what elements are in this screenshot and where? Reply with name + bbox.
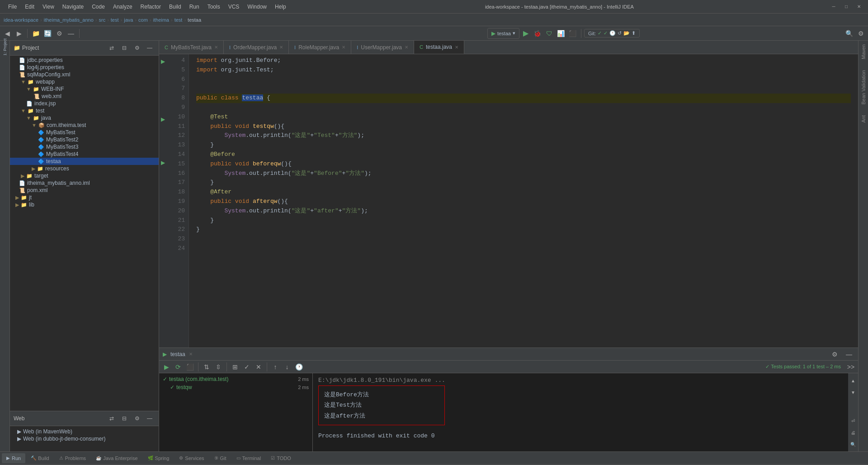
tree-item-mybatistest3[interactable]: 🔷 MyBatisTest3 bbox=[10, 143, 159, 150]
tab-close-mybatistest[interactable]: ✕ bbox=[214, 45, 218, 50]
project-close-icon[interactable]: — bbox=[144, 42, 155, 53]
tab-git[interactable]: ⑨ Git bbox=[210, 453, 231, 463]
coverage-button[interactable]: 🛡 bbox=[544, 28, 555, 39]
run-stop-btn[interactable]: ⬛ bbox=[184, 362, 195, 372]
nav-test[interactable]: test bbox=[111, 17, 119, 23]
menu-build[interactable]: Build bbox=[165, 3, 185, 11]
menu-refactor[interactable]: Refactor bbox=[137, 3, 165, 11]
debug-button[interactable]: 🐞 bbox=[532, 28, 543, 39]
tab-testaa[interactable]: C testaa.java ✕ bbox=[414, 41, 464, 54]
tree-item-log4j[interactable]: 📄 log4j.properties bbox=[10, 64, 159, 71]
tree-item-java[interactable]: ▼ 📁 java bbox=[10, 114, 159, 122]
run-expand-btn[interactable]: >> bbox=[845, 362, 856, 372]
forward-button[interactable]: ▶ bbox=[14, 28, 24, 39]
menu-view[interactable]: View bbox=[39, 3, 58, 11]
tree-item-test[interactable]: ▼ 📁 test bbox=[10, 107, 159, 114]
tab-ordermapper[interactable]: I OrderMapper.java ✕ bbox=[224, 41, 289, 54]
run-wrap-btn[interactable]: ⏎ bbox=[848, 415, 859, 426]
back-button[interactable]: ◀ bbox=[2, 28, 13, 39]
tree-item-webxml[interactable]: 📜 web.xml bbox=[10, 93, 159, 100]
tree-item-package[interactable]: ▼ 📦 com.itheima.test bbox=[10, 122, 159, 129]
code-content[interactable]: import org.junit.Before; import org.juni… bbox=[189, 54, 858, 348]
nav-itheima[interactable]: itheima bbox=[153, 17, 169, 23]
tree-item-mybatistest[interactable]: 🔷 MyBatisTest bbox=[10, 129, 159, 136]
menu-edit[interactable]: Edit bbox=[21, 3, 38, 11]
tree-item-webapp[interactable]: ▼ 📁 webapp bbox=[10, 78, 159, 85]
maximize-button[interactable]: □ bbox=[842, 2, 851, 11]
run-all-btn[interactable]: ⊞ bbox=[230, 362, 241, 372]
tree-item-mybatistest4[interactable]: 🔷 MyBatisTest4 bbox=[10, 150, 159, 158]
run-passed-btn[interactable]: ✓ bbox=[241, 362, 252, 372]
menu-code[interactable]: Code bbox=[88, 3, 108, 11]
run-print-btn[interactable]: 🖨 bbox=[848, 427, 859, 438]
tab-terminal[interactable]: ▭ Terminal bbox=[232, 453, 266, 463]
menu-window[interactable]: Window bbox=[244, 3, 270, 11]
run-sort2-btn[interactable]: ⇳ bbox=[213, 362, 224, 372]
project-collapse-icon[interactable]: ⊟ bbox=[119, 42, 130, 53]
search-everywhere[interactable]: 🔍 bbox=[844, 28, 854, 39]
nav-project[interactable]: idea-workspace bbox=[4, 17, 38, 23]
menu-vcs[interactable]: VCS bbox=[225, 3, 243, 11]
nav-java[interactable]: java bbox=[124, 17, 133, 23]
minimize-button[interactable]: ─ bbox=[829, 2, 838, 11]
nav-module[interactable]: itheima_mybatis_anno bbox=[44, 17, 94, 23]
settings-global[interactable]: ⚙ bbox=[855, 28, 866, 39]
tree-item-sqlmap[interactable]: 📜 sqlMapConfig.xml bbox=[10, 71, 159, 78]
run-up-btn[interactable]: ↑ bbox=[270, 362, 281, 372]
run-gutter-11[interactable]: ▶ bbox=[159, 155, 166, 170]
bean-validation-label[interactable]: Bean Validation bbox=[860, 68, 867, 106]
stop-button[interactable]: ⬛ bbox=[567, 28, 578, 39]
sync-button[interactable]: 🔄 bbox=[42, 28, 53, 39]
profile-button[interactable]: 📊 bbox=[556, 28, 566, 39]
web-collapse-icon[interactable]: ⊟ bbox=[119, 413, 130, 424]
run-button[interactable]: ▶ bbox=[520, 28, 531, 39]
tab-services[interactable]: ⚙ Services bbox=[175, 453, 208, 463]
tree-item-target[interactable]: ▶ 📁 target bbox=[10, 172, 159, 179]
menu-tools[interactable]: Tools bbox=[204, 3, 224, 11]
menu-run[interactable]: Run bbox=[186, 3, 203, 11]
project-sync-icon[interactable]: ⇄ bbox=[106, 42, 117, 53]
tab-problems[interactable]: ⚠ Problems bbox=[55, 453, 90, 463]
run-scroll-down[interactable]: ▼ bbox=[848, 387, 859, 398]
menu-help[interactable]: Help bbox=[271, 3, 290, 11]
run-config-dropdown[interactable]: ▶ testaa ▾ bbox=[487, 28, 519, 39]
tab-mybatistest[interactable]: C MyBatisTest.java ✕ bbox=[159, 41, 224, 54]
run-minimize-icon[interactable]: — bbox=[844, 349, 854, 360]
tree-item-indexjsp[interactable]: 📄 index.jsp bbox=[10, 100, 159, 107]
tab-close-usermapper[interactable]: ✕ bbox=[405, 45, 408, 50]
ant-label[interactable]: Ant bbox=[860, 113, 867, 125]
tab-close-ordermapper[interactable]: ✕ bbox=[279, 45, 283, 50]
run-tab-close[interactable]: ✕ bbox=[189, 352, 193, 357]
tree-item-jdbc[interactable]: 📄 jdbc.properties bbox=[10, 56, 159, 64]
tab-rolemapper[interactable]: I RoleMapper.java ✕ bbox=[289, 41, 351, 54]
run-rerun-btn[interactable]: ⟳ bbox=[173, 362, 184, 372]
settings-button[interactable]: ⚙ bbox=[54, 28, 65, 39]
run-filter-btn[interactable]: 🔍 bbox=[848, 439, 859, 450]
tree-item-pom[interactable]: 📜 pom.xml bbox=[10, 187, 159, 194]
run-tab-label[interactable]: testaa bbox=[170, 351, 185, 357]
run-down-btn[interactable]: ↓ bbox=[282, 362, 292, 372]
tab-spring[interactable]: 🌿 Spring bbox=[143, 453, 174, 463]
web-minimize-icon[interactable]: — bbox=[144, 413, 155, 424]
menu-file[interactable]: File bbox=[5, 3, 20, 11]
nav-testaa[interactable]: testaa bbox=[188, 17, 201, 23]
tree-item-jt[interactable]: ▶ 📁 jt bbox=[10, 194, 159, 201]
menu-analyze[interactable]: Analyze bbox=[109, 3, 136, 11]
tree-item-testaa[interactable]: 🔷 testaa bbox=[10, 158, 159, 165]
web-settings-icon[interactable]: ⚙ bbox=[132, 413, 142, 424]
tab-close-testaa[interactable]: ✕ bbox=[455, 45, 458, 50]
project-icon[interactable]: 📁 bbox=[30, 28, 41, 39]
tree-item-mybatistest2[interactable]: 🔷 MyBatisTest2 bbox=[10, 136, 159, 143]
run-tree-testqw[interactable]: ✓ testqw 2 ms bbox=[161, 383, 311, 391]
project-view-icon[interactable]: 1: Project bbox=[0, 42, 9, 52]
menu-navigate[interactable]: Navigate bbox=[59, 3, 87, 11]
tab-build[interactable]: 🔨 Build bbox=[26, 453, 53, 463]
nav-src[interactable]: src bbox=[99, 17, 105, 23]
git-dropdown[interactable]: Git: ✓ ✓ 🕐 ↺ 📂 ⬆ bbox=[584, 29, 640, 38]
maven-label[interactable]: Maven bbox=[860, 42, 867, 61]
nav-com[interactable]: com bbox=[138, 17, 148, 23]
web-item-2[interactable]: ▶ Web (in dubbo-jt-demo-consumer) bbox=[10, 435, 159, 442]
tab-todo[interactable]: ☑ TODO bbox=[266, 453, 296, 463]
tab-usermapper[interactable]: I UserMapper.java ✕ bbox=[351, 41, 414, 54]
run-sort-btn[interactable]: ⇅ bbox=[201, 362, 212, 372]
